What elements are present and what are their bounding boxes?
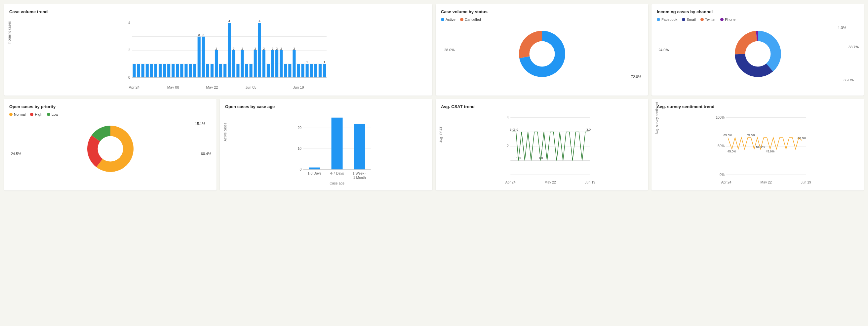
channel-donut-chart xyxy=(732,27,784,80)
priority-legend-high: High xyxy=(30,112,42,116)
case-age-y-label: Active cases xyxy=(223,123,227,141)
priority-high-label: High xyxy=(35,112,42,116)
svg-text:45.0%: 45.0% xyxy=(766,149,774,153)
svg-point-76 xyxy=(97,136,123,162)
icc-twitter-dot xyxy=(701,18,704,21)
priority-donut-chart xyxy=(84,122,137,175)
icc-legend: Facebook Email Twitter Phone xyxy=(657,18,859,22)
svg-rect-49 xyxy=(271,50,274,78)
svg-point-74 xyxy=(529,41,555,67)
svg-rect-59 xyxy=(297,64,300,77)
svg-text:1: 1 xyxy=(323,60,326,64)
sentiment-title: Avg. survey sentiment trend xyxy=(657,104,859,109)
svg-text:2: 2 xyxy=(216,47,217,50)
svg-text:2: 2 xyxy=(276,47,278,50)
svg-text:2: 2 xyxy=(233,47,235,50)
svg-rect-15 xyxy=(163,64,166,77)
svg-rect-38 xyxy=(241,50,244,78)
svg-rect-53 xyxy=(280,50,283,78)
svg-point-75 xyxy=(745,41,771,67)
svg-rect-33 xyxy=(228,23,231,78)
svg-text:2: 2 xyxy=(507,144,509,148)
cvs-title: Case volume by status xyxy=(441,9,643,14)
svg-rect-66 xyxy=(323,64,326,77)
icc-label-top: 1.3% xyxy=(838,26,846,30)
csat-card: Avg. CSAT trend Avg. CSAT 243.03.01.01.0… xyxy=(436,99,648,190)
icc-email-dot xyxy=(682,18,685,21)
icc-label-right: 38.7% xyxy=(848,45,859,49)
svg-rect-28 xyxy=(211,64,214,77)
svg-rect-18 xyxy=(176,64,179,77)
incoming-channel-card: Incoming cases by channel Facebook Email… xyxy=(651,4,864,95)
svg-rect-14 xyxy=(159,64,162,77)
svg-rect-25 xyxy=(202,37,205,78)
svg-rect-83 xyxy=(309,168,320,170)
cvt-y-label: Incoming cases xyxy=(8,21,11,44)
icc-legend-email: Email xyxy=(682,18,696,22)
cvs-legend: Active Cancelled xyxy=(441,18,643,22)
svg-text:4-7 Days: 4-7 Days xyxy=(330,172,344,175)
svg-rect-22 xyxy=(193,64,196,77)
svg-rect-42 xyxy=(254,50,257,78)
svg-text:65.0%: 65.0% xyxy=(747,133,755,137)
case-age-chart: 010201-3 Days4-7 Days1 Week -1 MonthCase… xyxy=(238,112,427,185)
svg-rect-46 xyxy=(262,50,266,78)
svg-text:1 Week -: 1 Week - xyxy=(353,172,367,175)
icc-label-left: 24.0% xyxy=(658,48,669,52)
priority-label-right: 60.4% xyxy=(201,152,211,156)
svg-text:3.0: 3.0 xyxy=(514,128,518,131)
svg-rect-57 xyxy=(292,50,296,78)
csat-title: Avg. CSAT trend xyxy=(441,104,643,109)
svg-text:4: 4 xyxy=(228,19,230,23)
svg-text:3: 3 xyxy=(198,33,200,37)
svg-rect-44 xyxy=(258,23,261,78)
case-volume-trend-title: Case volume trend xyxy=(9,9,427,14)
svg-rect-31 xyxy=(219,64,222,77)
priority-label-left: 24.5% xyxy=(11,152,21,156)
svg-rect-8 xyxy=(132,64,135,77)
sentiment-y-label: Avg. survey sentiment xyxy=(655,102,659,134)
svg-rect-32 xyxy=(223,64,226,77)
svg-text:2: 2 xyxy=(263,47,265,50)
cvs-label-left: 28.0% xyxy=(444,48,455,52)
svg-text:Case age: Case age xyxy=(330,181,344,185)
cvs-legend-active: Active xyxy=(441,18,456,22)
icc-twitter-label: Twitter xyxy=(705,18,716,22)
svg-text:0%: 0% xyxy=(720,173,724,177)
svg-text:Jun 19: Jun 19 xyxy=(585,180,595,184)
svg-text:May 22: May 22 xyxy=(761,180,772,184)
svg-rect-17 xyxy=(172,64,175,77)
cvs-label-right: 72.0% xyxy=(631,75,641,79)
svg-rect-41 xyxy=(250,64,252,77)
svg-rect-37 xyxy=(236,64,239,77)
csat-chart: 243.03.01.01.03.0Apr 24May 22Jun 19 xyxy=(454,112,643,185)
icc-phone-label: Phone xyxy=(725,18,736,22)
svg-text:100%: 100% xyxy=(716,116,724,119)
svg-rect-11 xyxy=(146,64,149,77)
svg-text:May 22: May 22 xyxy=(206,85,218,89)
svg-text:1-3 Days: 1-3 Days xyxy=(308,172,321,175)
svg-rect-55 xyxy=(284,64,287,77)
sentiment-card: Avg. survey sentiment trend Avg. survey … xyxy=(651,99,864,190)
svg-text:2: 2 xyxy=(128,48,130,52)
svg-text:1.0: 1.0 xyxy=(516,156,521,160)
priority-label-top: 15.1% xyxy=(195,122,205,126)
svg-text:3: 3 xyxy=(203,33,205,37)
svg-rect-23 xyxy=(198,37,200,78)
svg-rect-21 xyxy=(189,64,192,77)
icc-legend-phone: Phone xyxy=(720,18,736,22)
svg-text:4: 4 xyxy=(128,21,130,25)
svg-text:Jun 05: Jun 05 xyxy=(246,85,256,89)
priority-high-dot xyxy=(30,113,33,116)
svg-rect-35 xyxy=(232,50,235,78)
svg-rect-10 xyxy=(142,64,145,77)
svg-rect-13 xyxy=(154,64,157,77)
priority-normal-dot xyxy=(9,113,12,116)
svg-text:1: 1 xyxy=(306,60,308,64)
svg-rect-63 xyxy=(310,64,313,77)
svg-rect-9 xyxy=(137,64,140,77)
svg-text:May 22: May 22 xyxy=(545,180,556,184)
priority-low-dot xyxy=(47,113,50,116)
svg-text:20: 20 xyxy=(298,126,302,129)
svg-text:2: 2 xyxy=(241,47,243,50)
